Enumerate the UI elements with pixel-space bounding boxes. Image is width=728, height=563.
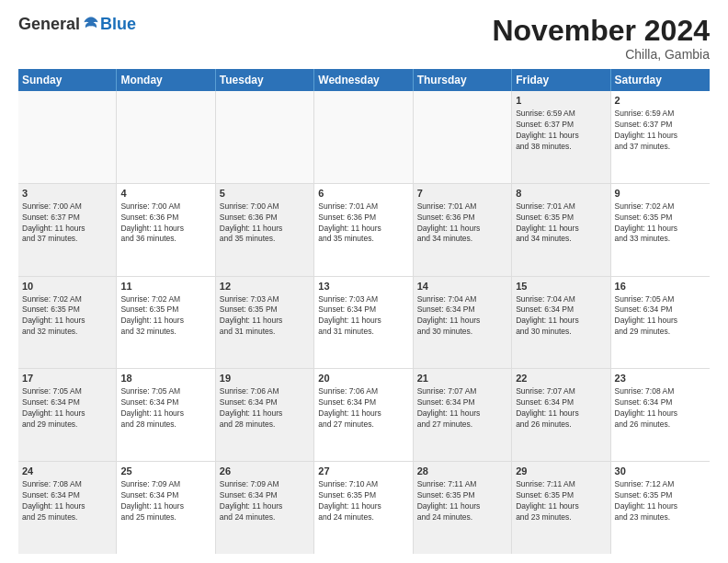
cell-info: Sunrise: 7:05 AM Sunset: 6:34 PM Dayligh… (22, 386, 112, 431)
day-number: 11 (120, 280, 210, 293)
day-number: 14 (417, 280, 507, 293)
cal-cell-4-0: 24Sunrise: 7:08 AM Sunset: 6:34 PM Dayli… (18, 462, 117, 554)
cal-cell-2-4: 14Sunrise: 7:04 AM Sunset: 6:34 PM Dayli… (414, 277, 512, 369)
day-number: 15 (516, 280, 606, 293)
cal-cell-3-6: 23Sunrise: 7:08 AM Sunset: 6:34 PM Dayli… (611, 369, 710, 461)
cell-info: Sunrise: 6:59 AM Sunset: 6:37 PM Dayligh… (516, 109, 606, 153)
cell-info: Sunrise: 7:00 AM Sunset: 6:36 PM Dayligh… (120, 201, 210, 246)
day-number: 19 (220, 372, 310, 385)
cal-cell-4-5: 29Sunrise: 7:11 AM Sunset: 6:35 PM Dayli… (512, 462, 610, 554)
header: General Blue November 2024 Chilla, Gambi… (18, 15, 710, 62)
cell-info: Sunrise: 7:04 AM Sunset: 6:34 PM Dayligh… (516, 294, 606, 339)
cal-cell-0-5: 1Sunrise: 6:59 AM Sunset: 6:37 PM Daylig… (512, 91, 610, 183)
cell-info: Sunrise: 7:01 AM Sunset: 6:35 PM Dayligh… (516, 201, 606, 246)
header-friday: Friday (512, 69, 610, 91)
logo-bird-icon (82, 15, 100, 33)
day-number: 4 (120, 187, 210, 201)
cell-info: Sunrise: 7:08 AM Sunset: 6:34 PM Dayligh… (615, 386, 706, 431)
cal-cell-3-5: 22Sunrise: 7:07 AM Sunset: 6:34 PM Dayli… (512, 369, 610, 461)
cell-info: Sunrise: 7:05 AM Sunset: 6:34 PM Dayligh… (615, 294, 706, 339)
day-number: 1 (516, 94, 606, 108)
cal-cell-0-6: 2Sunrise: 6:59 AM Sunset: 6:37 PM Daylig… (611, 91, 710, 183)
day-number: 3 (22, 187, 112, 201)
logo-general: General (18, 16, 80, 32)
cell-info: Sunrise: 7:00 AM Sunset: 6:36 PM Dayligh… (220, 201, 310, 246)
cal-row-3: 17Sunrise: 7:05 AM Sunset: 6:34 PM Dayli… (18, 369, 710, 462)
header-thursday: Thursday (414, 69, 512, 91)
cell-info: Sunrise: 7:10 AM Sunset: 6:35 PM Dayligh… (318, 479, 408, 523)
cell-info: Sunrise: 7:08 AM Sunset: 6:34 PM Dayligh… (22, 479, 112, 523)
cell-info: Sunrise: 7:09 AM Sunset: 6:34 PM Dayligh… (220, 479, 310, 523)
cell-info: Sunrise: 7:07 AM Sunset: 6:34 PM Dayligh… (516, 386, 606, 431)
cal-cell-3-1: 18Sunrise: 7:05 AM Sunset: 6:34 PM Dayli… (117, 369, 215, 461)
day-number: 18 (120, 372, 210, 385)
day-number: 13 (318, 280, 408, 293)
logo: General Blue (18, 15, 136, 33)
cal-cell-4-2: 26Sunrise: 7:09 AM Sunset: 6:34 PM Dayli… (216, 462, 314, 554)
cell-info: Sunrise: 7:02 AM Sunset: 6:35 PM Dayligh… (615, 201, 706, 246)
cal-cell-0-1 (117, 91, 215, 183)
header-wednesday: Wednesday (314, 69, 413, 91)
day-number: 12 (220, 280, 310, 293)
cal-cell-1-3: 6Sunrise: 7:01 AM Sunset: 6:36 PM Daylig… (314, 184, 413, 276)
cal-cell-4-4: 28Sunrise: 7:11 AM Sunset: 6:35 PM Dayli… (414, 462, 512, 554)
cal-cell-3-4: 21Sunrise: 7:07 AM Sunset: 6:34 PM Dayli… (414, 369, 512, 461)
page: General Blue November 2024 Chilla, Gambi… (0, 0, 728, 563)
cell-info: Sunrise: 7:06 AM Sunset: 6:34 PM Dayligh… (318, 386, 408, 431)
cell-info: Sunrise: 7:07 AM Sunset: 6:34 PM Dayligh… (417, 386, 507, 431)
day-number: 8 (516, 187, 606, 201)
cal-cell-1-6: 9Sunrise: 7:02 AM Sunset: 6:35 PM Daylig… (611, 184, 710, 276)
cell-info: Sunrise: 7:04 AM Sunset: 6:34 PM Dayligh… (417, 294, 507, 339)
calendar-body: 1Sunrise: 6:59 AM Sunset: 6:37 PM Daylig… (18, 91, 710, 554)
cal-cell-1-5: 8Sunrise: 7:01 AM Sunset: 6:35 PM Daylig… (512, 184, 610, 276)
cal-cell-0-3 (314, 91, 413, 183)
header-saturday: Saturday (611, 69, 710, 91)
day-number: 30 (615, 465, 706, 478)
cal-cell-3-2: 19Sunrise: 7:06 AM Sunset: 6:34 PM Dayli… (216, 369, 314, 461)
day-number: 5 (220, 187, 310, 201)
day-number: 9 (615, 187, 706, 201)
cal-cell-2-5: 15Sunrise: 7:04 AM Sunset: 6:34 PM Dayli… (512, 277, 610, 369)
header-tuesday: Tuesday (216, 69, 314, 91)
cal-cell-2-3: 13Sunrise: 7:03 AM Sunset: 6:34 PM Dayli… (314, 277, 413, 369)
header-monday: Monday (117, 69, 215, 91)
day-number: 24 (22, 465, 112, 478)
day-number: 22 (516, 372, 606, 385)
cal-cell-2-0: 10Sunrise: 7:02 AM Sunset: 6:35 PM Dayli… (18, 277, 117, 369)
cal-row-1: 3Sunrise: 7:00 AM Sunset: 6:37 PM Daylig… (18, 184, 710, 277)
month-title: November 2024 (492, 15, 710, 47)
cal-row-2: 10Sunrise: 7:02 AM Sunset: 6:35 PM Dayli… (18, 277, 710, 370)
calendar: Sunday Monday Tuesday Wednesday Thursday… (18, 69, 710, 554)
day-number: 27 (318, 465, 408, 478)
cal-row-0: 1Sunrise: 6:59 AM Sunset: 6:37 PM Daylig… (18, 91, 710, 184)
cal-row-4: 24Sunrise: 7:08 AM Sunset: 6:34 PM Dayli… (18, 462, 710, 554)
cal-cell-1-4: 7Sunrise: 7:01 AM Sunset: 6:36 PM Daylig… (414, 184, 512, 276)
cell-info: Sunrise: 7:01 AM Sunset: 6:36 PM Dayligh… (417, 201, 507, 246)
cal-cell-3-3: 20Sunrise: 7:06 AM Sunset: 6:34 PM Dayli… (314, 369, 413, 461)
day-number: 20 (318, 372, 408, 385)
day-number: 21 (417, 372, 507, 385)
cal-cell-3-0: 17Sunrise: 7:05 AM Sunset: 6:34 PM Dayli… (18, 369, 117, 461)
cell-info: Sunrise: 7:01 AM Sunset: 6:36 PM Dayligh… (318, 201, 408, 246)
cal-cell-4-6: 30Sunrise: 7:12 AM Sunset: 6:35 PM Dayli… (611, 462, 710, 554)
cell-info: Sunrise: 7:06 AM Sunset: 6:34 PM Dayligh… (220, 386, 310, 431)
cell-info: Sunrise: 7:02 AM Sunset: 6:35 PM Dayligh… (120, 294, 210, 339)
calendar-header: Sunday Monday Tuesday Wednesday Thursday… (18, 69, 710, 91)
cal-cell-1-2: 5Sunrise: 7:00 AM Sunset: 6:36 PM Daylig… (216, 184, 314, 276)
cell-info: Sunrise: 6:59 AM Sunset: 6:37 PM Dayligh… (615, 109, 706, 153)
cell-info: Sunrise: 7:05 AM Sunset: 6:34 PM Dayligh… (120, 386, 210, 431)
day-number: 6 (318, 187, 408, 201)
cell-info: Sunrise: 7:03 AM Sunset: 6:34 PM Dayligh… (318, 294, 408, 339)
cal-cell-0-2 (216, 91, 314, 183)
day-number: 25 (120, 465, 210, 478)
cell-info: Sunrise: 7:09 AM Sunset: 6:34 PM Dayligh… (120, 479, 210, 523)
cal-cell-2-6: 16Sunrise: 7:05 AM Sunset: 6:34 PM Dayli… (611, 277, 710, 369)
cell-info: Sunrise: 7:00 AM Sunset: 6:37 PM Dayligh… (22, 201, 112, 246)
location: Chilla, Gambia (492, 47, 710, 62)
logo-blue: Blue (100, 16, 136, 32)
title-block: November 2024 Chilla, Gambia (492, 15, 710, 62)
header-sunday: Sunday (18, 69, 117, 91)
cal-cell-1-0: 3Sunrise: 7:00 AM Sunset: 6:37 PM Daylig… (18, 184, 117, 276)
cal-cell-0-0 (18, 91, 117, 183)
day-number: 7 (417, 187, 507, 201)
